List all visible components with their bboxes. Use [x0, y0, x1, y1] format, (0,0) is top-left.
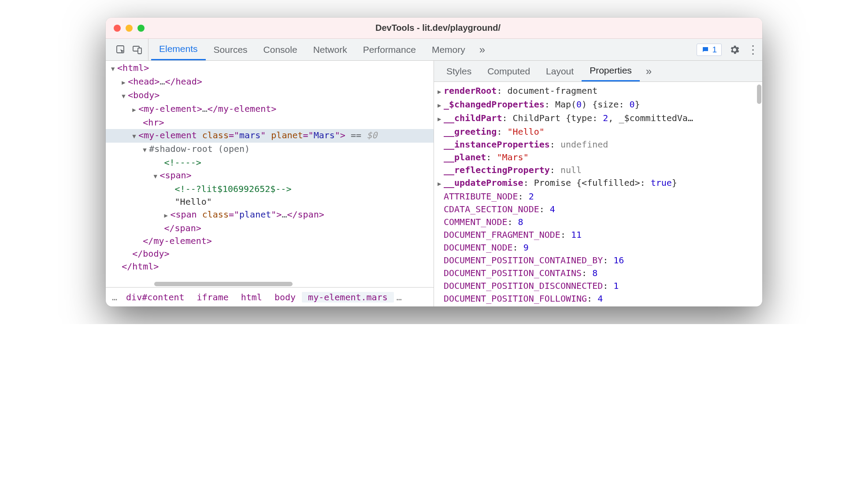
tab-performance[interactable]: Performance: [355, 39, 424, 60]
tab-network[interactable]: Network: [305, 39, 355, 60]
issues-count: 1: [712, 45, 717, 55]
breadcrumb-ellipsis-right[interactable]: …: [394, 292, 404, 303]
subtab-layout[interactable]: Layout: [538, 61, 582, 81]
property-row[interactable]: __instanceProperties: undefined: [436, 138, 760, 151]
dom-body-close: </body>: [132, 248, 169, 259]
tab-memory[interactable]: Memory: [424, 39, 473, 60]
dom-span-open[interactable]: <span>: [160, 170, 191, 181]
property-row[interactable]: __greeting: "Hello": [436, 125, 760, 138]
property-row[interactable]: CDATA_SECTION_NODE: 4: [436, 203, 760, 216]
sidebar-tabs: Styles Computed Layout Properties »: [434, 61, 762, 82]
elements-panel: ▼<html> ▶<head>…</head> ▼<body> ▶<my-ele…: [106, 61, 434, 306]
property-row[interactable]: DOCUMENT_POSITION_FOLLOWING: 4: [436, 292, 760, 305]
subtab-properties[interactable]: Properties: [582, 61, 640, 81]
zoom-button[interactable]: [137, 25, 145, 32]
crumb-iframe[interactable]: iframe: [191, 292, 235, 303]
crumb-html[interactable]: html: [235, 292, 268, 303]
crumb-body[interactable]: body: [268, 292, 302, 303]
dom-head-open[interactable]: <head>: [128, 76, 160, 87]
dom-hr[interactable]: <hr>: [143, 117, 164, 128]
dom-comment1: <!---->: [164, 157, 201, 168]
horizontal-scrollbar[interactable]: [106, 281, 434, 287]
minimize-button[interactable]: [126, 25, 133, 32]
dom-tree[interactable]: ▼<html> ▶<head>…</head> ▼<body> ▶<my-ele…: [106, 61, 434, 281]
property-row[interactable]: DOCUMENT_POSITION_CONTAINS: 8: [436, 267, 760, 280]
subtabs-overflow[interactable]: »: [640, 65, 658, 77]
dom-lit-comment: <!--?lit$106992652$-->: [175, 184, 292, 194]
property-row[interactable]: DOCUMENT_POSITION_DISCONNECTED: 1: [436, 280, 760, 292]
breadcrumb: … div#content iframe html body my-elemen…: [106, 287, 434, 306]
devtools-window: DevTools - lit.dev/playground/ Elements …: [106, 18, 762, 306]
dom-body-open[interactable]: <body>: [128, 90, 160, 100]
svg-rect-2: [138, 48, 141, 54]
tab-console[interactable]: Console: [256, 39, 305, 60]
property-row[interactable]: ATTRIBUTE_NODE: 2: [436, 190, 760, 203]
crumb-div-content[interactable]: div#content: [120, 292, 190, 303]
dom-selected-node[interactable]: ▼<my-element class="mars" planet="Mars">…: [106, 129, 434, 143]
window-title: DevTools - lit.dev/playground/: [145, 23, 731, 33]
dom-html-close: </html>: [122, 261, 159, 272]
vertical-scrollbar[interactable]: [757, 85, 761, 104]
settings-icon[interactable]: [729, 44, 740, 55]
issues-button[interactable]: 1: [697, 44, 722, 56]
property-row[interactable]: COMMENT_NODE: 8: [436, 216, 760, 229]
dom-span-close: </span>: [164, 223, 201, 233]
dom-shadowroot[interactable]: #shadow-root (open): [149, 144, 250, 154]
property-row[interactable]: ▶__updatePromise: Promise {<fulfilled>: …: [436, 177, 760, 190]
property-row[interactable]: DOCUMENT_POSITION_CONTAINED_BY: 16: [436, 254, 760, 267]
device-toggle-icon[interactable]: [132, 44, 143, 55]
breadcrumb-ellipsis-left[interactable]: …: [109, 292, 120, 303]
property-row[interactable]: DOCUMENT_NODE: 9: [436, 241, 760, 254]
issues-icon: [701, 46, 709, 54]
main-toolbar: Elements Sources Console Network Perform…: [106, 39, 762, 61]
property-row[interactable]: ▶__childPart: ChildPart {type: 2, _$comm…: [436, 112, 760, 125]
properties-list[interactable]: ▶renderRoot: document-fragment▶_$changed…: [434, 82, 762, 306]
property-row[interactable]: __planet: "Mars": [436, 151, 760, 164]
dom-html-open[interactable]: <html>: [117, 63, 149, 73]
inspect-icon[interactable]: [115, 44, 126, 55]
traffic-lights: [114, 25, 145, 32]
dom-myelement1[interactable]: <my-element>: [138, 103, 202, 114]
titlebar: DevTools - lit.dev/playground/: [106, 18, 762, 39]
dom-text-hello: "Hello": [175, 196, 212, 207]
tabs-overflow[interactable]: »: [473, 44, 491, 56]
crumb-selected[interactable]: my-element.mars: [302, 292, 394, 303]
subtab-styles[interactable]: Styles: [438, 61, 479, 81]
property-row[interactable]: ▶renderRoot: document-fragment: [436, 85, 760, 98]
tab-sources[interactable]: Sources: [206, 39, 256, 60]
sidebar-panel: Styles Computed Layout Properties » ▶ren…: [434, 61, 762, 306]
main-tabs: Elements Sources Console Network Perform…: [151, 39, 491, 60]
subtab-computed[interactable]: Computed: [479, 61, 538, 81]
property-row[interactable]: __reflectingProperty: null: [436, 164, 760, 177]
tab-elements[interactable]: Elements: [151, 39, 206, 60]
property-row[interactable]: DOCUMENT_FRAGMENT_NODE: 11: [436, 229, 760, 241]
property-row[interactable]: ▶_$changedProperties: Map(0) {size: 0}: [436, 98, 760, 112]
dom-myelement-close: </my-element>: [143, 236, 212, 246]
close-button[interactable]: [114, 25, 121, 32]
